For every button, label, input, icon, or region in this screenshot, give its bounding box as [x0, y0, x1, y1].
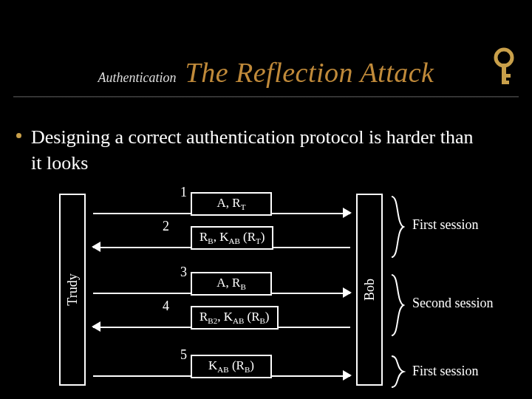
message-3-number: 3 [180, 265, 187, 280]
svg-point-0 [496, 50, 512, 66]
message-4-number: 4 [163, 299, 169, 314]
key-icon [488, 47, 520, 87]
brace-session-3 [389, 355, 406, 389]
message-5-content: KAB (RB) [191, 355, 272, 378]
message-2-content: RB, KAB (RT) [191, 226, 273, 250]
bullet-text: Designing a correct authentication proto… [31, 124, 488, 176]
message-2-number: 2 [163, 219, 169, 234]
protocol-diagram: Trudy Bob 1 A, RT 2 RB, KAB (RT) 3 A, RB… [49, 186, 507, 393]
title-divider [13, 96, 519, 98]
party-trudy-label: Trudy [65, 273, 81, 305]
message-4-content: RB2, KAB (RB) [191, 306, 279, 330]
session-label-3: First session [412, 364, 479, 379]
brace-session-2 [389, 273, 406, 337]
slide-title: The Reflection Attack [185, 56, 434, 89]
slide-subtitle: Authentication [98, 70, 177, 86]
message-5: 5 KAB (RB) [93, 364, 350, 387]
message-1: 1 A, RT [93, 201, 350, 225]
party-bob: Bob [356, 194, 383, 386]
message-4: 4 RB2, KAB (RB) [93, 315, 350, 338]
party-trudy: Trudy [59, 194, 86, 386]
message-3-content: A, RB [191, 272, 272, 296]
party-bob-label: Bob [362, 279, 378, 301]
svg-rect-2 [502, 74, 511, 78]
brace-session-1 [389, 195, 406, 259]
session-label-2: Second session [412, 296, 494, 311]
message-5-number: 5 [180, 347, 187, 363]
message-1-content: A, RT [191, 192, 272, 216]
message-1-number: 1 [180, 185, 187, 200]
title-row: Authentication The Reflection Attack [0, 56, 532, 89]
session-label-1: First session [412, 217, 479, 233]
message-2: 2 RB, KAB (RT) [93, 235, 350, 259]
bullet-content: Designing a correct authentication proto… [31, 126, 474, 174]
message-3: 3 A, RB [93, 281, 350, 304]
bullet-dot-icon [16, 133, 21, 138]
svg-rect-3 [502, 81, 509, 84]
